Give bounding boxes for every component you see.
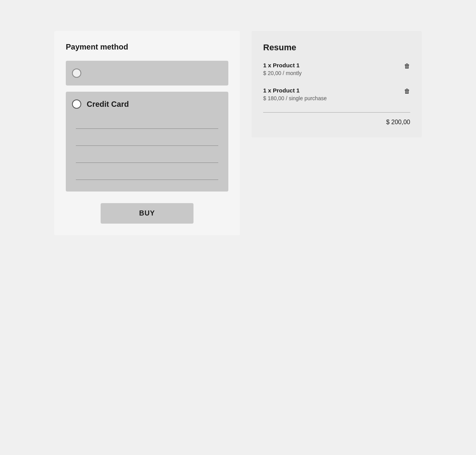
- product-row-1: 1 x Product 1 $ 20,00 / montly 🗑: [263, 62, 410, 76]
- credit-card-header: Credit Card: [72, 99, 222, 109]
- resume-total: $ 200,00: [263, 119, 410, 126]
- credit-card-label: Credit Card: [87, 100, 129, 109]
- product-name-2: 1 x Product 1: [263, 87, 327, 94]
- product-info-1: 1 x Product 1 $ 20,00 / montly: [263, 62, 302, 76]
- payment-panel: Payment method Credit Card BUY: [54, 31, 240, 235]
- card-field-3[interactable]: [76, 154, 218, 163]
- resume-divider: [263, 112, 410, 113]
- page-wrapper: Payment method Credit Card BUY: [54, 31, 422, 235]
- product-price-2: $ 180,00 / single purchase: [263, 95, 327, 101]
- radio-option-2[interactable]: [72, 99, 81, 109]
- card-field-4[interactable]: [76, 171, 218, 180]
- radio-inner-1: [75, 71, 79, 75]
- resume-panel: Resume 1 x Product 1 $ 20,00 / montly 🗑 …: [252, 31, 422, 137]
- card-field-2[interactable]: [76, 137, 218, 146]
- resume-title: Resume: [263, 43, 410, 53]
- product-name-1: 1 x Product 1: [263, 62, 302, 68]
- product-row-2: 1 x Product 1 $ 180,00 / single purchase…: [263, 87, 410, 101]
- buy-button[interactable]: BUY: [101, 203, 193, 224]
- payment-option-1[interactable]: [66, 61, 228, 86]
- trash-icon-2[interactable]: 🗑: [404, 87, 410, 95]
- payment-method-title: Payment method: [66, 43, 228, 51]
- trash-icon-1[interactable]: 🗑: [404, 62, 410, 70]
- payment-option-2: Credit Card: [66, 92, 228, 192]
- radio-option-1[interactable]: [72, 68, 81, 78]
- product-price-1: $ 20,00 / montly: [263, 70, 302, 76]
- radio-inner-2: [75, 102, 79, 106]
- card-field-1[interactable]: [76, 120, 218, 129]
- card-fields: [72, 120, 222, 180]
- product-info-2: 1 x Product 1 $ 180,00 / single purchase: [263, 87, 327, 101]
